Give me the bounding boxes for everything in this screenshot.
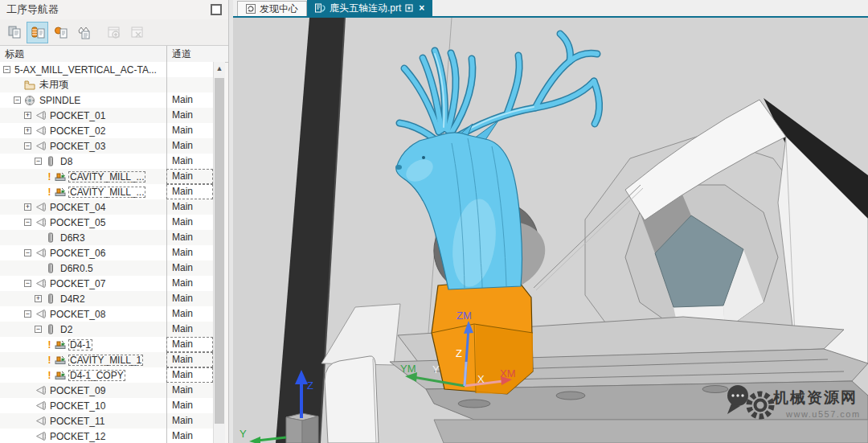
graphics-viewport[interactable]: ZM Z YM Y X XM Z Y [233,18,868,443]
row-label[interactable]: CAVITY_MILL_... [68,171,145,183]
tree-row[interactable]: −D2Main [0,322,214,337]
expand-icon[interactable]: + [24,112,31,119]
row-label[interactable]: POCKET_12 [48,431,107,442]
tree-row[interactable]: +POCKET_02Main [0,123,214,138]
regenerate-warning-icon: ! [45,187,54,198]
row-label[interactable]: D4-1 [68,339,92,351]
row-label[interactable]: D6R0.5 [59,263,95,274]
collapse-icon[interactable]: − [24,249,31,256]
row-indent [0,359,45,360]
row-label[interactable]: 5-AX_MILL_VERTICAL_AC-TA... [13,64,158,76]
expand-icon[interactable]: + [24,203,31,211]
tree-row[interactable]: 未用项 [0,77,214,92]
scrollbar-thumb[interactable] [215,78,224,424]
row-label[interactable]: POCKET_10 [48,400,107,412]
tree-row[interactable]: −POCKET_03Main [0,138,214,154]
geometry-view-icon [54,25,68,39]
column-channel[interactable]: 通道 [166,46,213,62]
tree-row[interactable]: −POCKET_08Main [0,306,214,322]
row-label[interactable]: POCKET_02 [48,125,107,137]
row-label[interactable]: CAVITY_MILL_1 [68,355,143,366]
row-label[interactable]: POCKET_06 [48,248,107,259]
scroll-up-icon[interactable]: ▲ [214,62,225,74]
tree-row[interactable]: !CAVITY_MILL_...Main [0,184,214,199]
tree-row[interactable]: −POCKET_07Main [0,276,214,291]
collapse-icon[interactable]: − [35,158,42,165]
tree-row[interactable]: −POCKET_06Main [0,245,214,260]
collapse-icon[interactable]: − [24,280,31,287]
tab-discovery-center[interactable]: 发现中心 [237,1,307,16]
geometry-view-button[interactable] [50,22,72,43]
tree-row[interactable]: POCKET_09Main [0,383,214,398]
row-label[interactable]: CAVITY_MILL_... [68,187,145,198]
row-label[interactable]: D4R2 [59,293,87,305]
collapse-icon[interactable]: − [24,142,31,150]
collapse-icon[interactable]: − [35,326,42,333]
cone-icon [34,400,47,412]
expand-icon[interactable]: + [35,295,42,302]
tab-part-file[interactable]: 鹿头五轴连动.prt × [307,0,432,16]
tree-row[interactable]: !D4-1Main [0,337,214,352]
collapse-icon[interactable]: − [24,310,31,318]
regenerate-warning-icon: ! [45,171,54,183]
row-label[interactable]: D8 [59,156,74,167]
machine-tool-view-button[interactable] [27,22,48,43]
method-view-button[interactable] [73,22,95,43]
expand-icon[interactable]: + [24,127,31,134]
row-indent [0,344,45,345]
regenerate-warning-icon: ! [45,370,54,381]
collapse-icon[interactable]: − [24,219,31,226]
row-indent [0,146,24,146]
row-label[interactable]: POCKET_11 [48,416,106,427]
channel-cell: Main [166,276,213,291]
tree-row[interactable]: +POCKET_04Main [0,199,214,215]
column-title[interactable]: 标题 [0,46,166,62]
cone-icon [34,202,47,213]
row-label[interactable]: POCKET_05 [48,217,107,228]
tree-row[interactable]: D6R0.5Main [0,260,214,276]
tree-row[interactable]: POCKET_12Main [0,429,214,443]
channel-cell: Main [166,306,213,322]
tree-row[interactable]: D6R3Main [0,230,214,245]
tree-scrollbar[interactable]: ▲ [213,62,225,443]
tree-row[interactable]: −POCKET_05Main [0,215,214,230]
channel-cell: Main [166,429,213,443]
tree-row[interactable]: !CAVITY_MILL_1Main [0,352,214,367]
collapse-icon[interactable]: − [14,96,21,104]
row-label[interactable]: POCKET_08 [48,309,107,320]
row-indent [0,375,45,375]
program-order-view-button[interactable] [3,22,25,43]
channel-cell: Main [166,230,213,245]
tree-row[interactable]: −D8Main [0,154,214,169]
tree-row[interactable]: !D4-1_COPYMain [0,367,214,383]
tree-row[interactable]: !CAVITY_MILL_...Main [0,169,214,184]
row-label[interactable]: POCKET_09 [48,385,107,396]
row-label[interactable]: POCKET_07 [48,278,107,289]
channel-cell: Main [166,199,213,215]
collapse-icon[interactable]: − [3,66,10,73]
tree-row[interactable]: POCKET_10Main [0,398,214,413]
channel-cell: Main [166,322,213,337]
operation-icon [54,171,67,183]
tree-row[interactable]: POCKET_11Main [0,413,214,429]
tool-icon [44,232,57,244]
row-indent [0,84,14,85]
row-label[interactable]: POCKET_04 [48,202,107,213]
row-label[interactable]: D4-1_COPY [68,370,125,381]
row-label[interactable]: 未用项 [38,78,70,92]
row-label[interactable]: POCKET_03 [48,141,107,152]
tree-row[interactable]: −SPINDLEMain [0,92,214,108]
undock-icon[interactable] [211,4,222,15]
tree-row[interactable]: −5-AX_MILL_VERTICAL_AC-TA... [0,62,214,77]
tree-row[interactable]: +D4R2Main [0,291,214,306]
row-label[interactable]: SPINDLE [38,95,82,106]
row-label[interactable]: D2 [59,324,74,335]
row-indent [0,420,24,421]
navigator-view-toolbar [0,19,228,45]
close-tab-icon[interactable]: × [419,2,424,14]
row-label[interactable]: D6R3 [59,232,87,244]
tree-row[interactable]: +POCKET_01Main [0,108,214,123]
watermark-url: www.u557.com [785,409,861,419]
row-label[interactable]: POCKET_01 [48,110,107,121]
channel-cell: Main [166,383,213,398]
